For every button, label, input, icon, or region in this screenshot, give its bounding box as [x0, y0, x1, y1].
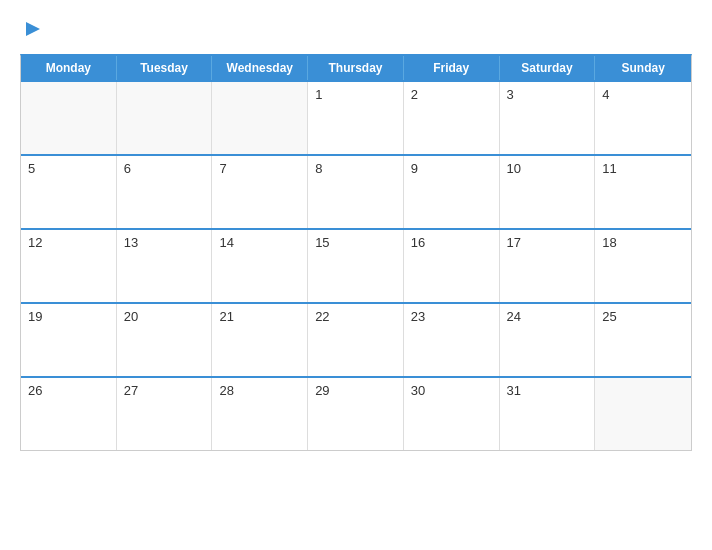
day-number: 22 — [315, 309, 329, 324]
calendar-cell: 19 — [21, 304, 117, 376]
calendar-cell: 4 — [595, 82, 691, 154]
calendar-header-row: MondayTuesdayWednesdayThursdayFridaySatu… — [21, 56, 691, 80]
day-number: 16 — [411, 235, 425, 250]
header-cell-sunday: Sunday — [595, 56, 691, 80]
day-number: 11 — [602, 161, 616, 176]
calendar: MondayTuesdayWednesdayThursdayFridaySatu… — [20, 54, 692, 451]
header — [20, 18, 692, 40]
day-number: 7 — [219, 161, 226, 176]
day-number: 25 — [602, 309, 616, 324]
calendar-week-2: 12131415161718 — [21, 228, 691, 302]
day-number: 2 — [411, 87, 418, 102]
calendar-cell: 5 — [21, 156, 117, 228]
calendar-cell: 17 — [500, 230, 596, 302]
day-number: 18 — [602, 235, 616, 250]
calendar-cell — [212, 82, 308, 154]
calendar-body: 1234567891011121314151617181920212223242… — [21, 80, 691, 450]
calendar-week-0: 1234 — [21, 80, 691, 154]
calendar-cell: 15 — [308, 230, 404, 302]
calendar-cell: 3 — [500, 82, 596, 154]
header-cell-monday: Monday — [21, 56, 117, 80]
calendar-cell: 13 — [117, 230, 213, 302]
calendar-cell: 11 — [595, 156, 691, 228]
header-cell-thursday: Thursday — [308, 56, 404, 80]
calendar-cell: 30 — [404, 378, 500, 450]
day-number: 17 — [507, 235, 521, 250]
day-number: 14 — [219, 235, 233, 250]
day-number: 8 — [315, 161, 322, 176]
day-number: 13 — [124, 235, 138, 250]
header-cell-wednesday: Wednesday — [212, 56, 308, 80]
day-number: 30 — [411, 383, 425, 398]
day-number: 23 — [411, 309, 425, 324]
calendar-cell — [21, 82, 117, 154]
day-number: 12 — [28, 235, 42, 250]
calendar-cell: 23 — [404, 304, 500, 376]
calendar-page: MondayTuesdayWednesdayThursdayFridaySatu… — [0, 0, 712, 550]
day-number: 9 — [411, 161, 418, 176]
day-number: 5 — [28, 161, 35, 176]
header-cell-saturday: Saturday — [500, 56, 596, 80]
calendar-cell: 21 — [212, 304, 308, 376]
day-number: 21 — [219, 309, 233, 324]
logo-flag-icon — [22, 18, 44, 40]
calendar-cell — [595, 378, 691, 450]
day-number: 27 — [124, 383, 138, 398]
calendar-week-4: 262728293031 — [21, 376, 691, 450]
calendar-cell: 12 — [21, 230, 117, 302]
calendar-cell: 8 — [308, 156, 404, 228]
day-number: 29 — [315, 383, 329, 398]
calendar-cell: 10 — [500, 156, 596, 228]
calendar-cell: 20 — [117, 304, 213, 376]
calendar-cell: 18 — [595, 230, 691, 302]
svg-marker-0 — [26, 22, 40, 36]
calendar-cell: 24 — [500, 304, 596, 376]
day-number: 19 — [28, 309, 42, 324]
calendar-cell: 27 — [117, 378, 213, 450]
calendar-cell: 9 — [404, 156, 500, 228]
day-number: 26 — [28, 383, 42, 398]
header-cell-friday: Friday — [404, 56, 500, 80]
calendar-cell: 26 — [21, 378, 117, 450]
day-number: 4 — [602, 87, 609, 102]
calendar-cell: 28 — [212, 378, 308, 450]
calendar-cell: 29 — [308, 378, 404, 450]
calendar-week-3: 19202122232425 — [21, 302, 691, 376]
calendar-cell: 2 — [404, 82, 500, 154]
day-number: 24 — [507, 309, 521, 324]
calendar-cell: 14 — [212, 230, 308, 302]
calendar-cell: 7 — [212, 156, 308, 228]
day-number: 10 — [507, 161, 521, 176]
calendar-week-1: 567891011 — [21, 154, 691, 228]
header-cell-tuesday: Tuesday — [117, 56, 213, 80]
calendar-cell — [117, 82, 213, 154]
calendar-cell: 25 — [595, 304, 691, 376]
day-number: 3 — [507, 87, 514, 102]
calendar-cell: 1 — [308, 82, 404, 154]
day-number: 28 — [219, 383, 233, 398]
day-number: 15 — [315, 235, 329, 250]
day-number: 1 — [315, 87, 322, 102]
logo — [20, 18, 44, 40]
calendar-cell: 22 — [308, 304, 404, 376]
day-number: 20 — [124, 309, 138, 324]
day-number: 31 — [507, 383, 521, 398]
calendar-cell: 31 — [500, 378, 596, 450]
day-number: 6 — [124, 161, 131, 176]
calendar-cell: 16 — [404, 230, 500, 302]
calendar-cell: 6 — [117, 156, 213, 228]
